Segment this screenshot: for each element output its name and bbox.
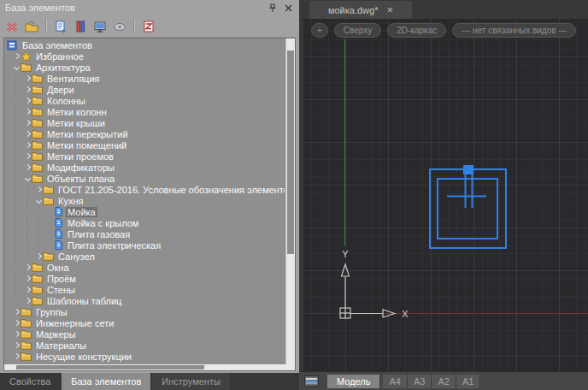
tree-item[interactable]: Метки проемов [5,151,285,162]
expand-arrow-icon[interactable] [23,98,32,103]
tree-item[interactable]: Объекты плана [5,173,285,184]
tree-item[interactable]: Группы [5,306,285,317]
erase-element-icon[interactable] [4,19,20,34]
expand-arrow-icon[interactable] [23,298,32,303]
tree-item[interactable]: Плита газовая [5,228,285,239]
panel-tab-2[interactable]: База элементов [62,373,150,390]
expand-arrow-icon[interactable] [34,187,43,192]
tree-item[interactable]: ГОСТ 21.205-2016. Условные обозначения э… [5,184,285,195]
tree-item[interactable]: Двери [5,84,285,95]
panel-tab-3[interactable]: Инструменты [152,373,230,390]
layout-tab-a3[interactable]: A3 [408,375,432,388]
tree-item[interactable]: База элементов [5,39,285,50]
tree-item[interactable]: Окна [5,262,285,273]
expand-arrow-icon[interactable] [23,76,32,80]
linked-views-button[interactable]: --- нет связанных видов --- [452,23,576,38]
tree-item-label: Материалы [34,340,88,351]
folder-icon [43,185,54,194]
expand-arrow-icon[interactable] [12,54,21,58]
sheets-icon[interactable] [304,375,319,387]
tree-item[interactable] [5,362,285,363]
expand-arrow-icon[interactable] [23,121,32,125]
preview-icon[interactable] [112,19,127,34]
tree-item[interactable]: Модификаторы [5,162,285,173]
tree-item[interactable]: Маркеры [5,328,285,340]
screen-icon[interactable] [92,19,108,34]
layout-tab-модель[interactable]: Модель [327,375,380,388]
open-folder-icon[interactable] [24,19,39,34]
expand-arrow-icon[interactable] [12,354,21,358]
expand-arrow-icon[interactable] [12,310,21,314]
folder-icon [21,62,32,72]
vertical-scrollbar[interactable] [285,38,295,364]
element-base-toolbar [0,15,299,38]
expand-arrow-icon[interactable] [23,154,32,158]
folder-icon [32,85,43,94]
document-tab[interactable]: мойка.dwg* × [309,1,412,19]
tree-item[interactable]: Мойка [5,206,285,217]
tree-item-label: Шаблоны таблиц [45,296,123,306]
tree-item[interactable]: Инженерные сети [5,317,285,328]
panel-titlebar: База элементов [0,0,299,15]
collapse-arrow-icon[interactable] [23,176,32,180]
tree-item-label: Модификаторы [45,162,116,173]
horizontal-scrollbar[interactable] [4,364,285,370]
expand-arrow-icon[interactable] [23,265,32,269]
tree-item[interactable]: Метки крыши [5,117,285,128]
tree-item[interactable]: Санузел [5,251,285,262]
document-close-icon[interactable]: × [386,4,393,15]
panel-tab-1[interactable]: Свойства [0,373,60,390]
tree-item[interactable]: Мойка с крылом [5,217,285,228]
ucs-icon [340,264,395,318]
tree-item[interactable]: Колонны [5,95,285,106]
sink-inner-rect [438,179,497,239]
element-base-panel: База элементов База элементовИзбранноеАр… [0,0,299,390]
tree-item[interactable]: Несущие конструкции [5,351,285,362]
add-view-button[interactable]: + [311,23,328,38]
expand-arrow-icon[interactable] [23,143,32,147]
layout-tab-a1[interactable]: A1 [456,375,480,388]
tree-item[interactable]: Архитектура [5,62,285,73]
expand-arrow-icon[interactable] [23,287,32,292]
close-icon[interactable] [282,2,294,14]
tree-item-label: Колонны [45,96,87,106]
tree-item[interactable]: Метки перекрытий [5,128,285,139]
folder-icon [21,363,32,363]
pin-icon[interactable] [267,2,279,14]
tree-item[interactable]: Стены [5,284,285,295]
collapse-arrow-icon[interactable] [12,65,21,69]
tree-item[interactable]: Вентиляция [5,73,285,84]
vertical-scrollbar-thumb[interactable] [287,50,294,254]
collapse-arrow-icon[interactable] [34,198,43,203]
expand-arrow-icon[interactable] [23,87,32,92]
expand-arrow-icon[interactable] [34,254,43,258]
tree-item[interactable]: Метки помещений [5,139,285,151]
drawing-canvas[interactable]: +Сверху2D-каркас--- нет связанных видов … [303,19,588,371]
tree-item[interactable]: Избранное [5,50,285,62]
folder-icon [32,285,43,294]
tree-item[interactable]: Материалы [5,340,285,351]
add-element-icon[interactable] [53,19,68,34]
tree-item[interactable]: Плита электрическая [5,239,285,251]
expand-arrow-icon[interactable] [12,343,21,347]
folder-icon [32,274,43,283]
expand-arrow-icon[interactable] [12,332,21,336]
tree-item-label: Инженерные сети [34,318,115,328]
visual-style-button[interactable]: 2D-каркас [387,23,446,38]
expand-arrow-icon[interactable] [23,109,32,114]
view-orientation-button[interactable]: Сверху [334,23,381,38]
layout-tab-a2[interactable]: A2 [432,375,456,388]
expand-arrow-icon[interactable] [23,132,32,136]
tree-item[interactable]: Проём [5,273,285,284]
layout-tab-a4[interactable]: A4 [383,375,407,388]
expand-arrow-icon[interactable] [23,276,32,281]
expand-arrow-icon[interactable] [12,321,21,325]
tree-item-label: Стены [45,285,77,295]
tree-item[interactable]: Метки колонн [5,106,285,117]
tree-item[interactable]: Шаблоны таблиц [5,295,285,306]
expand-arrow-icon[interactable] [23,165,32,169]
standards-icon[interactable] [141,19,156,34]
tree-item[interactable]: Кухня [5,195,285,206]
edit-tools-icon[interactable] [73,19,88,34]
horizontal-scrollbar-thumb[interactable] [16,365,204,369]
